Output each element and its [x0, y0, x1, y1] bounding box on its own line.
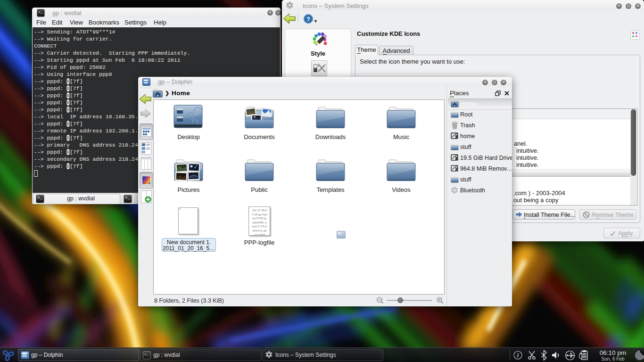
svg-text:?: ? — [306, 16, 310, 23]
svg-text:i: i — [517, 352, 519, 359]
